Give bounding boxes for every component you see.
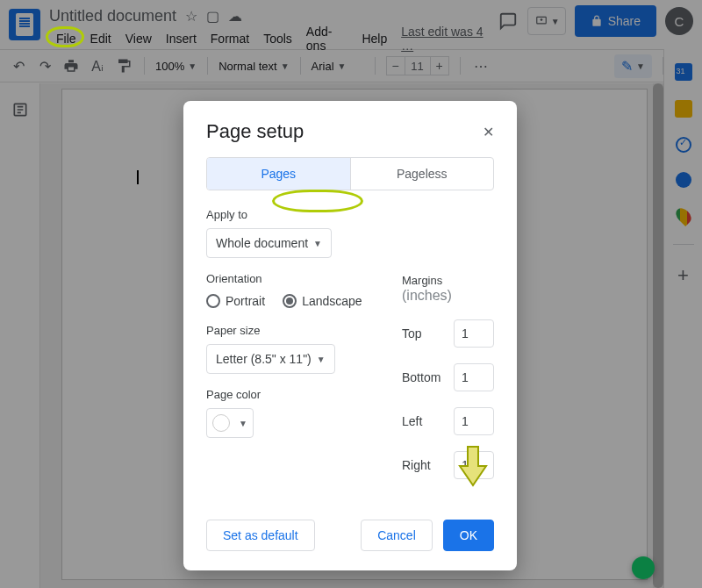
- page-setup-dialog: Page setup ✕ Pages Pageless Apply to Who…: [183, 101, 517, 570]
- orientation-landscape[interactable]: Landscape: [283, 294, 362, 308]
- margins-label: Margins: [402, 274, 442, 287]
- explore-fab-icon[interactable]: [632, 556, 655, 579]
- apply-to-select[interactable]: Whole document▼: [206, 228, 332, 258]
- ok-button[interactable]: OK: [443, 520, 494, 551]
- dialog-close-icon[interactable]: ✕: [483, 124, 494, 140]
- dialog-title: Page setup: [206, 120, 304, 143]
- margin-bottom-label: Bottom: [402, 370, 441, 384]
- set-default-button[interactable]: Set as default: [206, 520, 315, 551]
- paper-size-select[interactable]: Letter (8.5" x 11")▼: [206, 344, 335, 374]
- radio-icon: [206, 294, 220, 308]
- margin-top-label: Top: [402, 326, 422, 341]
- dialog-tabs: Pages Pageless: [206, 157, 494, 190]
- margin-right-label: Right: [402, 458, 431, 472]
- paper-size-label: Paper size: [206, 324, 374, 337]
- orientation-portrait[interactable]: Portrait: [206, 294, 265, 308]
- margins-unit: (inches): [402, 288, 452, 303]
- margin-top-input[interactable]: [454, 319, 494, 348]
- page-color-label: Page color: [206, 388, 374, 401]
- orientation-label: Orientation: [206, 272, 374, 285]
- page-color-select[interactable]: ▼: [206, 408, 254, 438]
- color-swatch-icon: [212, 414, 230, 432]
- radio-icon: [283, 294, 297, 308]
- tab-pages[interactable]: Pages: [207, 158, 351, 190]
- margin-bottom-input[interactable]: [454, 363, 494, 391]
- margin-left-input[interactable]: [454, 407, 494, 435]
- apply-to-label: Apply to: [206, 208, 494, 221]
- cancel-button[interactable]: Cancel: [361, 520, 433, 551]
- google-docs-app: Untitled document ☆ ▢ ☁ File Edit View I…: [0, 0, 702, 588]
- tab-pageless[interactable]: Pageless: [351, 158, 494, 190]
- margin-left-label: Left: [402, 414, 422, 428]
- margin-right-input[interactable]: [454, 451, 494, 479]
